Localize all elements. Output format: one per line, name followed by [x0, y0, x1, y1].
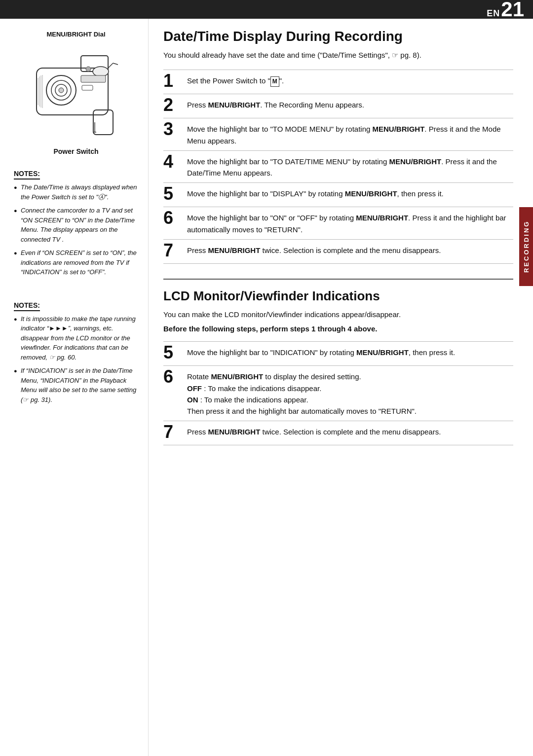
- notes-bottom-list: It is impossible to make the tape runnin…: [14, 314, 138, 405]
- step-6-text: Move the highlight bar to "ON" or "OFF" …: [187, 211, 513, 235]
- note-bottom-item-2: If “INDICATION” is set in the Date/Time …: [14, 366, 138, 404]
- lcd-intro: You can make the LCD monitor/Viewfinder …: [163, 309, 513, 320]
- step-7-text: Press MENU/BRIGHT twice. Selection is co…: [187, 244, 441, 256]
- lcd-step-5-num: 5: [163, 344, 181, 361]
- step-6: 6 Move the highlight bar to "ON" or "OFF…: [163, 207, 513, 239]
- date-time-intro: You should already have set the date and…: [163, 49, 513, 61]
- left-column: MENU/BRIGHT Dial: [0, 19, 148, 756]
- top-bar: EN 21: [0, 0, 533, 19]
- note-top-item-2: Connect the camcorder to a TV and set “O…: [14, 206, 138, 244]
- step-3-text: Move the highlight bar to "TO MODE MENU"…: [187, 122, 513, 146]
- lcd-step-6-text: Rotate MENU/BRIGHT to display the desire…: [187, 370, 417, 417]
- step-4: 4 Move the highlight bar to "TO DATE/TIM…: [163, 150, 513, 183]
- step-6-num: 6: [163, 209, 181, 227]
- page-number: 21: [501, 0, 524, 20]
- lcd-step-6-num: 6: [163, 368, 181, 386]
- date-time-steps: 1 Set the Power Switch to "M". 2 Press M…: [163, 70, 513, 264]
- en-label: EN: [487, 8, 500, 19]
- svg-rect-7: [93, 110, 113, 135]
- lcd-step-5: 5 Move the highlight bar to "INDICATION"…: [163, 341, 513, 365]
- step-3: 3 Move the highlight bar to "TO MODE MEN…: [163, 118, 513, 150]
- page-number-block: EN 21: [487, 0, 524, 20]
- svg-point-6: [93, 67, 109, 76]
- menu-bright-label: MENU/BRIGHT Dial: [46, 31, 105, 38]
- lcd-step-7-num: 7: [163, 423, 181, 441]
- note-bottom-item-1: It is impossible to make the tape runnin…: [14, 314, 138, 362]
- lcd-section: LCD Monitor/Viewfinder Indications You c…: [163, 279, 513, 446]
- main-layout: MENU/BRIGHT Dial: [0, 19, 533, 756]
- step-4-num: 4: [163, 153, 181, 171]
- notes-top-title: NOTES:: [14, 170, 40, 180]
- step-5-num: 5: [163, 185, 181, 203]
- svg-line-11: [108, 63, 113, 68]
- step-5: 5 Move the highlight bar to "DISPLAY" by…: [163, 182, 513, 207]
- power-switch-label: Power Switch: [53, 147, 98, 155]
- section-divider: [163, 279, 513, 280]
- lcd-step-5-text: Move the highlight bar to "INDICATION" b…: [187, 346, 455, 358]
- right-column: Date/Time Display During Recording You s…: [148, 19, 533, 756]
- notes-top-block: NOTES: The Date/Time is always displayed…: [14, 169, 138, 281]
- step-5-text: Move the highlight bar to "DISPLAY" by r…: [187, 187, 444, 199]
- step-1-num: 1: [163, 72, 181, 90]
- note-top-item-3: Even if “ON SCREEN” is set to “ON”, the …: [14, 248, 138, 277]
- note-top-item-1: The Date/Time is always displayed when t…: [14, 182, 138, 202]
- step-7: 7 Press MENU/BRIGHT twice. Selection is …: [163, 239, 513, 264]
- step-7-num: 7: [163, 242, 181, 259]
- step-2-text: Press MENU/BRIGHT. The Recording Menu ap…: [187, 98, 364, 110]
- svg-line-12: [113, 63, 118, 65]
- step-1: 1 Set the Power Switch to "M".: [163, 70, 513, 94]
- notes-bottom-title: NOTES:: [14, 301, 40, 311]
- step-2: 2 Press MENU/BRIGHT. The Recording Menu …: [163, 94, 513, 118]
- camera-section: MENU/BRIGHT Dial: [14, 31, 138, 155]
- notes-top-list: The Date/Time is always displayed when t…: [14, 182, 138, 277]
- lcd-step-6: 6 Rotate MENU/BRIGHT to display the desi…: [163, 365, 513, 421]
- date-time-title: Date/Time Display During Recording: [163, 29, 513, 44]
- svg-point-10: [86, 67, 91, 72]
- step-4-text: Move the highlight bar to "TO DATE/TIME …: [187, 155, 513, 179]
- step-1-text: Set the Power Switch to "M".: [187, 74, 284, 87]
- notes-bottom-block: NOTES: It is impossible to make the tape…: [14, 301, 138, 409]
- lcd-steps: 5 Move the highlight bar to "INDICATION"…: [163, 341, 513, 445]
- svg-point-4: [59, 88, 64, 93]
- step-3-num: 3: [163, 120, 181, 138]
- lcd-step-7-text: Press MENU/BRIGHT twice. Selection is co…: [187, 425, 441, 437]
- svg-rect-9: [82, 85, 93, 90]
- recording-tab: RECORDING: [519, 207, 533, 286]
- lcd-bold-intro: Before the following steps, perform step…: [163, 323, 513, 334]
- lcd-title: LCD Monitor/Viewfinder Indications: [163, 288, 513, 304]
- lcd-step-7: 7 Press MENU/BRIGHT twice. Selection is …: [163, 421, 513, 445]
- step-2-num: 2: [163, 96, 181, 114]
- camera-illustration: [22, 41, 130, 144]
- svg-rect-8: [81, 75, 106, 82]
